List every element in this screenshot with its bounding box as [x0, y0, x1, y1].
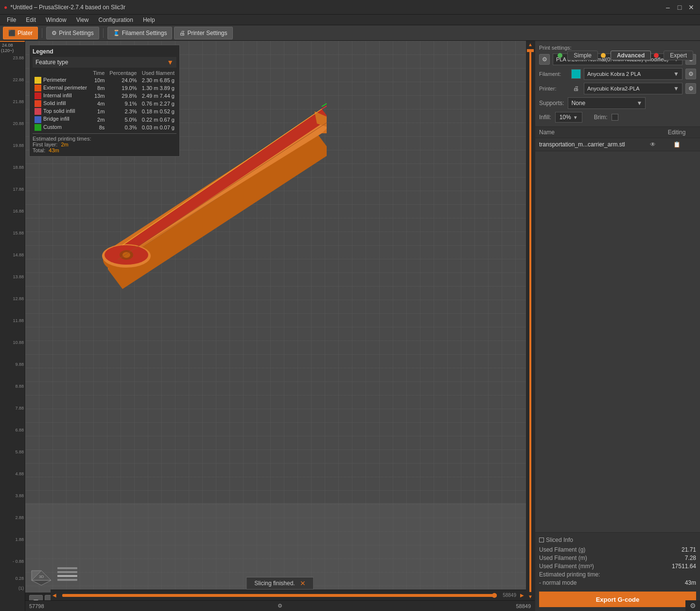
filament-dropdown[interactable]: Anycubic Kobra 2 PLA ▼	[584, 68, 682, 80]
filament-mm3-row: Used Filament (mm³) 17511.64	[539, 563, 696, 570]
printer-settings-button[interactable]: 🖨 Printer Settings	[174, 27, 232, 39]
legend-header: Legend	[33, 48, 176, 55]
main-toolbar: ⬛ Plater ⚙ Print Settings 🧵 Filament Set…	[0, 25, 700, 41]
ruler-mark-588: 5.88	[15, 449, 24, 454]
mode-selector: Simple Advanced Expert	[558, 51, 693, 60]
menu-window[interactable]: Window	[41, 16, 71, 24]
legend-row-pct: 19.0%	[106, 84, 139, 92]
legend-row-time: 8m	[90, 84, 106, 92]
legend-rows: Perimeter 10m 24.0% 2.30 m 6.85 g Extern…	[33, 76, 176, 131]
timeline-right-arrow[interactable]: ▶	[518, 593, 526, 598]
ruler-mark-888: 8.88	[15, 384, 24, 389]
slider-down-arrow[interactable]: ▼	[528, 594, 533, 599]
advanced-mode-button[interactable]: Advanced	[611, 51, 651, 60]
legend-row-name: Top solid infill	[33, 108, 90, 115]
svg-rect-18	[57, 567, 77, 569]
ruler-mark-1388: 13.88	[13, 274, 24, 279]
object-visibility-icon[interactable]: 👁	[648, 140, 657, 149]
infill-dropdown-arrow: ▼	[573, 115, 578, 120]
legend-row-name: Solid infill	[33, 100, 90, 108]
gear-settings-button[interactable]: ⚙	[685, 600, 700, 611]
plater-button[interactable]: ⬛ Plater	[3, 27, 38, 39]
slicing-message: Slicing finished.	[254, 580, 295, 587]
slider-up-arrow[interactable]: ▲	[528, 42, 533, 47]
legend-row-name: Perimeter	[33, 76, 90, 84]
supports-row: Supports: None ▼	[539, 97, 696, 109]
col-name-header: Name	[539, 129, 657, 136]
close-button[interactable]: ✕	[686, 2, 696, 12]
layers-view-icon[interactable]	[56, 563, 81, 588]
filament-color-swatch[interactable]	[571, 69, 581, 79]
legend-row-name: Custom	[33, 124, 90, 131]
ruler-mark-1988: 19.88	[13, 143, 24, 148]
layer-slider[interactable]: ▲ ▼	[526, 41, 535, 600]
layer-slider-thumb[interactable]	[527, 49, 534, 52]
legend-row-filament: 0.76 m 2.27 g	[139, 100, 176, 108]
filament-settings-icon[interactable]: ⚙	[685, 69, 696, 79]
ruler-mark-1788: 17.88	[13, 187, 24, 192]
ruler-mark-1488: 14.88	[13, 252, 24, 257]
layer-timeline[interactable]: ◀ 58849 ▶	[51, 590, 526, 600]
menu-edit[interactable]: Edit	[21, 16, 41, 24]
print-profile-icon[interactable]: ⚙	[539, 54, 550, 65]
maximize-button[interactable]: □	[675, 2, 684, 12]
ruler-mark-2288: 22.88	[13, 77, 24, 82]
viewport[interactable]: Legend Feature type ▼ Time Percentage Us…	[25, 41, 535, 611]
supports-dropdown-arrow: ▼	[636, 100, 642, 107]
ruler-mark-088: - 0.88	[13, 559, 24, 564]
minimize-button[interactable]: –	[663, 2, 673, 12]
printing-time-value-row: - normal mode 43m	[539, 579, 696, 586]
slicing-close-button[interactable]: ✕	[300, 579, 306, 587]
col-editing-header: Editing	[657, 129, 696, 136]
filament-row: Filament: Anycubic Kobra 2 PLA ▼ ⚙	[539, 68, 696, 80]
menu-view[interactable]: View	[71, 16, 94, 24]
legend-color-swatch	[35, 85, 41, 91]
legend-col-filament: Used filament	[139, 70, 176, 76]
ruler-mark-788: 7.88	[15, 406, 24, 411]
timeline-thumb[interactable]	[492, 593, 497, 598]
object-edit-icon[interactable]: 📋	[672, 140, 681, 149]
export-gcode-button[interactable]: Export G-code	[539, 592, 696, 607]
toolbar-separator-1	[42, 28, 42, 38]
window-controls: – □ ✕	[663, 2, 696, 12]
simple-mode-button[interactable]: Simple	[567, 51, 598, 60]
timeline-right-value: 58849	[501, 593, 518, 598]
right-panel: Print settings: ⚙ PLA 0.20mm Normal(0.4m…	[535, 41, 700, 611]
timeline-left-arrow[interactable]: ◀	[51, 593, 58, 598]
menu-configuration[interactable]: Configuration	[94, 16, 138, 24]
legend-row: External perimeter 8m 19.0% 1.30 m 3.89 …	[33, 84, 176, 92]
menu-file[interactable]: File	[2, 16, 21, 24]
legend-row: Solid infill 4m 9.1% 0.76 m 2.27 g	[33, 100, 176, 108]
app-title: ● *Untitled – PrusaSlicer-2.7.4 based on…	[4, 4, 125, 11]
advanced-dot	[601, 53, 606, 58]
menu-help[interactable]: Help	[138, 16, 160, 24]
filament-settings-button[interactable]: 🧵 Filament Settings	[107, 27, 173, 39]
expert-mode-button[interactable]: Expert	[664, 51, 693, 60]
infill-value-display[interactable]: 10% ▼	[555, 112, 582, 123]
brim-checkbox[interactable]	[612, 114, 618, 121]
navigation-cube[interactable]: 3D	[29, 563, 53, 588]
legend-row-filament: 0.22 m 0.67 g	[139, 115, 176, 123]
ruler-mark-188: 1.88	[15, 537, 24, 542]
print-settings-button[interactable]: ⚙ Print Settings	[46, 27, 99, 39]
svg-rect-21	[57, 579, 77, 581]
legend-row-pct: 29.8%	[106, 92, 139, 100]
svg-text:3D: 3D	[39, 575, 44, 579]
legend-row: Bridge infill 2m 5.0% 0.22 m 0.67 g	[33, 115, 176, 123]
legend-col-pct: Percentage	[106, 70, 139, 76]
legend-row: Perimeter 10m 24.0% 2.30 m 6.85 g	[33, 76, 176, 84]
filament-settings-icon: 🧵	[113, 30, 120, 36]
printer-settings-icon[interactable]: ⚙	[685, 83, 696, 94]
supports-dropdown[interactable]: None ▼	[568, 97, 646, 109]
ruler-mark-2188: 21.88	[13, 99, 24, 104]
object-list: Name Editing transportation_m...carrier_…	[535, 127, 700, 532]
printer-dropdown[interactable]: Anycubic Kobra2-PLA ▼	[584, 83, 682, 94]
object-editing-cell: 📋	[657, 140, 696, 149]
timeline-track[interactable]	[62, 594, 497, 597]
legend-row-pct: 2.3%	[106, 108, 139, 115]
object-list-item[interactable]: transportation_m...carrier_arm.stl 👁 📋	[535, 138, 700, 151]
svg-marker-15	[32, 580, 51, 585]
settings-gear-button[interactable]: ⚙	[278, 603, 282, 609]
feature-type-bar[interactable]: Feature type ▼	[33, 57, 176, 68]
layer-slider-track[interactable]	[529, 49, 531, 592]
